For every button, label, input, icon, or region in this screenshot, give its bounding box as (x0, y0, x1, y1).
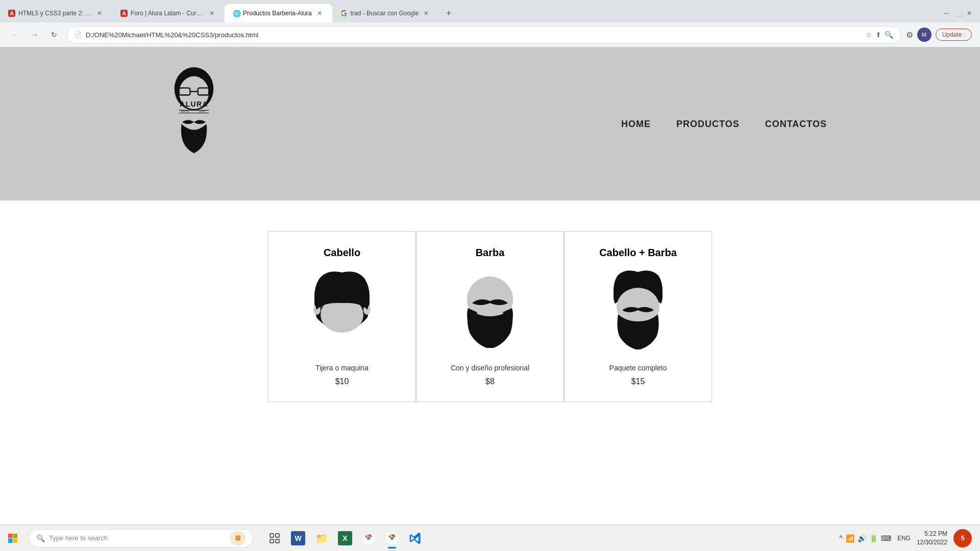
product-price-cabello: $10 (335, 377, 349, 386)
new-tab-button[interactable]: + (441, 6, 456, 21)
product-desc-cabello-barba: Paquete completo (609, 364, 667, 372)
maximize-button[interactable]: ⬜ (955, 10, 963, 17)
product-icon-cabello-barba (602, 269, 674, 350)
products-grid: Cabello (268, 231, 712, 402)
tab-4[interactable]: trad - Buscar con Google ✕ (332, 4, 439, 22)
tab-1-label: HTML5 y CSS3 parte 2: Posiciona... (18, 10, 92, 17)
nav-contactos[interactable]: CONTACTOS (765, 119, 827, 130)
tab-3-close[interactable]: ✕ (315, 9, 324, 18)
file-icon: 📄 (74, 31, 82, 38)
minimize-button[interactable]: ─ (944, 10, 951, 17)
close-window-button[interactable]: ✕ (967, 10, 974, 17)
tab-2-favicon: A (120, 10, 128, 17)
tab-1-close[interactable]: ✕ (95, 9, 104, 18)
url-bar[interactable]: 📄 D:/ONE%20Michael/HTML%20&%20CSS3/produ… (66, 26, 901, 43)
window-controls: ─ ⬜ ✕ (944, 10, 980, 17)
nav-home[interactable]: HOME (621, 119, 651, 130)
tab-2-label: Foro | Alura Latam - Cursos onli... (131, 10, 204, 17)
user-avatar[interactable]: M (917, 28, 932, 42)
tab-3-favicon: 🌐 (233, 10, 240, 17)
product-card-barba[interactable]: Barba Con y diseño profe (416, 231, 564, 402)
site-header: ALURA ESTD 2020 HOME PRODUCTOS CONTACTOS (0, 47, 980, 201)
zoom-icon[interactable]: 🔍 (885, 31, 893, 39)
product-icon-barba (454, 269, 526, 350)
address-right-area: ⚙ M Update : (906, 28, 972, 42)
tab-4-close[interactable]: ✕ (422, 9, 431, 18)
extensions-icon[interactable]: ⚙ (906, 30, 913, 40)
tab-4-label: trad - Buscar con Google (351, 10, 419, 17)
tab-2-close[interactable]: ✕ (207, 9, 216, 18)
product-price-barba: $8 (485, 377, 495, 386)
url-text: D:/ONE%20Michael/HTML%20&%20CSS3/product… (86, 31, 862, 39)
address-bar: ← → ↻ 📄 D:/ONE%20Michael/HTML%20&%20CSS3… (0, 22, 980, 47)
forward-button[interactable]: → (28, 28, 42, 42)
tab-4-favicon (340, 10, 348, 17)
product-title-barba: Barba (476, 247, 505, 259)
products-section: Cabello (0, 201, 980, 433)
share-icon[interactable]: ⬆ (875, 31, 881, 39)
page-content: ALURA ESTD 2020 HOME PRODUCTOS CONTACTOS… (0, 47, 980, 433)
alura-logo: ALURA ESTD 2020 (153, 65, 235, 183)
product-desc-cabello: Tijera o maquina (315, 364, 369, 372)
tab-bar: A HTML5 y CSS3 parte 2: Posiciona... ✕ A… (0, 0, 980, 22)
back-button[interactable]: ← (8, 28, 22, 42)
url-actions: ☆ ⬆ 🔍 (866, 31, 893, 39)
tab-1[interactable]: A HTML5 y CSS3 parte 2: Posiciona... ✕ (0, 4, 112, 22)
svg-text:ALURA: ALURA (180, 101, 208, 108)
tab-3[interactable]: 🌐 Productos Barberia-Alura ✕ (225, 4, 332, 22)
browser-window: A HTML5 y CSS3 parte 2: Posiciona... ✕ A… (0, 0, 980, 47)
product-title-cabello: Cabello (324, 247, 360, 259)
product-title-cabello-barba: Cabello + Barba (599, 247, 677, 259)
nav-productos[interactable]: PRODUCTOS (676, 119, 740, 130)
reload-button[interactable]: ↻ (47, 28, 61, 42)
bookmark-icon[interactable]: ☆ (866, 31, 872, 39)
tab-2[interactable]: A Foro | Alura Latam - Cursos onli... ✕ (112, 4, 225, 22)
tab-3-label: Productos Barberia-Alura (243, 10, 312, 17)
product-card-cabello-barba[interactable]: Cabello + Barba (564, 231, 712, 402)
nav-menu: HOME PRODUCTOS CONTACTOS (621, 119, 827, 130)
logo-area: ALURA ESTD 2020 (153, 65, 235, 183)
product-price-cabello-barba: $15 (631, 377, 645, 386)
tab-1-favicon: A (8, 10, 15, 17)
product-desc-barba: Con y diseño profesional (451, 364, 529, 372)
product-icon-cabello (306, 269, 378, 350)
update-button[interactable]: Update : (936, 29, 972, 41)
product-card-cabello[interactable]: Cabello (268, 231, 416, 402)
